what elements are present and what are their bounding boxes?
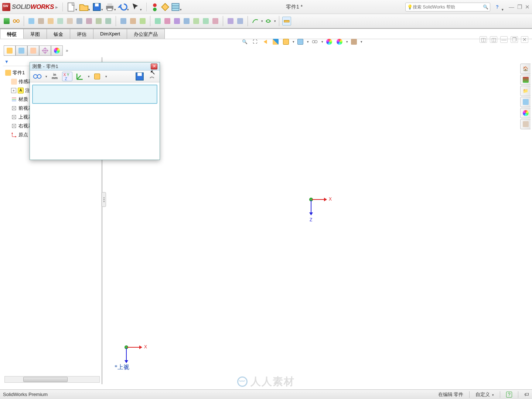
tab-sheetmetal[interactable]: 钣金: [47, 29, 70, 39]
tool-7[interactable]: [85, 17, 93, 25]
tool-15[interactable]: [173, 17, 181, 25]
search-icon[interactable]: 🔍: [483, 4, 488, 10]
tool-17[interactable]: [192, 17, 201, 25]
section-view-icon[interactable]: [271, 37, 280, 46]
tool-1[interactable]: [27, 17, 36, 25]
chevron-down-icon[interactable]: ▾: [346, 40, 348, 44]
tab-sketch[interactable]: 草图: [23, 29, 47, 39]
tool-2[interactable]: [37, 17, 45, 25]
doc-restore[interactable]: ❐: [511, 36, 518, 43]
assembly-icon[interactable]: [2, 17, 11, 25]
help-search-box[interactable]: 💡 🔍: [405, 3, 490, 11]
tool-3[interactable]: [46, 17, 55, 25]
new-file-button[interactable]: [66, 2, 76, 12]
tab-office[interactable]: 办公室产品: [127, 29, 165, 39]
help-search-input[interactable]: [413, 4, 483, 10]
display-style-icon[interactable]: [296, 37, 305, 46]
graphics-viewport[interactable]: X Z X Z 上视: [104, 44, 529, 384]
arc-measure-button[interactable]: [32, 72, 42, 81]
open-file-button[interactable]: [79, 2, 89, 12]
menu-expand-button[interactable]: ▸: [54, 4, 59, 10]
chevron-down-icon[interactable]: ▾: [307, 40, 309, 44]
save-measure-button[interactable]: [134, 72, 145, 81]
horizontal-scrollbar[interactable]: [4, 376, 100, 383]
tab-evaluate[interactable]: 评估: [70, 29, 93, 39]
measure-dialog-titlebar[interactable]: 测量 - 零件1 ✕: [30, 62, 160, 71]
tool-23[interactable]: [264, 17, 273, 25]
scene-icon[interactable]: [335, 37, 344, 46]
doc-close[interactable]: ✕: [521, 36, 528, 43]
rebuild-button[interactable]: [150, 2, 160, 12]
tool-5[interactable]: [65, 17, 74, 25]
taskpane-file-explorer[interactable]: 📁: [520, 86, 531, 96]
chevron-down-icon[interactable]: ▾: [88, 75, 90, 78]
taskpane-appearances[interactable]: [520, 108, 531, 118]
dimxpert-tab[interactable]: [39, 45, 51, 56]
render-icon[interactable]: [349, 37, 358, 46]
chevron-down-icon[interactable]: ▾: [261, 19, 263, 23]
chevron-down-icon[interactable]: ▾: [361, 40, 362, 44]
units-button[interactable]: inmm: [50, 72, 60, 81]
tool-10[interactable]: [119, 17, 128, 25]
featuremgr-tab[interactable]: [4, 45, 16, 56]
tool-16[interactable]: [182, 17, 191, 25]
tool-20[interactable]: [226, 17, 235, 25]
tool-22[interactable]: [251, 17, 260, 25]
tool-12[interactable]: [138, 17, 147, 25]
help-button[interactable]: ?: [492, 2, 502, 12]
dialog-close-button[interactable]: ✕: [151, 64, 157, 69]
undo-button[interactable]: [118, 2, 127, 12]
tool-8[interactable]: [94, 17, 103, 25]
funnel-icon[interactable]: ▼: [4, 59, 9, 64]
select-button[interactable]: [131, 2, 140, 12]
display-tab[interactable]: [51, 45, 63, 56]
custom-menu[interactable]: 自定义 ▾: [475, 391, 494, 398]
measure-tool-active[interactable]: [282, 17, 291, 25]
tool-11[interactable]: [129, 17, 137, 25]
taskpane-view-palette[interactable]: [520, 97, 531, 107]
configmgr-tab[interactable]: [27, 45, 39, 56]
tool-4[interactable]: [56, 17, 65, 25]
tool-13[interactable]: [153, 17, 162, 25]
chevron-down-icon[interactable]: ▾: [274, 19, 276, 23]
panel-overflow[interactable]: »: [63, 48, 71, 53]
tool-18[interactable]: [201, 17, 210, 25]
scrollbar-thumb[interactable]: [23, 377, 68, 382]
view-orient-icon[interactable]: [282, 37, 290, 46]
projection-button[interactable]: [92, 72, 102, 81]
print-button[interactable]: [105, 2, 115, 12]
tab-features[interactable]: 特征: [0, 29, 24, 39]
chevron-down-icon[interactable]: ▾: [293, 40, 294, 44]
chevron-down-icon[interactable]: ▾: [105, 75, 107, 78]
hide-show-icon[interactable]: [310, 37, 319, 46]
propertymgr-tab[interactable]: [16, 45, 27, 56]
measure-selection-box[interactable]: [32, 85, 157, 104]
close-button[interactable]: ✕: [525, 4, 530, 10]
taskpane-design-lib[interactable]: [520, 75, 531, 85]
glasses-icon[interactable]: [12, 17, 21, 25]
coord-sys-button[interactable]: [75, 72, 85, 81]
status-help-icon[interactable]: ?: [506, 392, 512, 398]
maximize-button[interactable]: ❐: [517, 4, 522, 10]
expand-icon[interactable]: +: [11, 88, 16, 93]
tool-9[interactable]: [104, 17, 113, 25]
options-button[interactable]: [160, 2, 170, 12]
tab-dimxpert[interactable]: DimXpert: [93, 29, 127, 39]
prev-view-icon[interactable]: [261, 37, 270, 46]
panel-splitter[interactable]: [102, 192, 106, 207]
doc-minimize[interactable]: —: [500, 36, 508, 43]
tool-21[interactable]: [236, 17, 245, 25]
tool-19[interactable]: [211, 17, 220, 25]
doc-icon-1[interactable]: ◫: [480, 36, 487, 43]
taskpane-home[interactable]: 🏠: [520, 64, 531, 74]
collapse-button[interactable]: ︽: [147, 72, 157, 81]
settings-button[interactable]: [171, 2, 180, 12]
chevron-down-icon[interactable]: ▾: [321, 40, 323, 44]
zoom-fit-icon[interactable]: 🔍: [240, 37, 249, 46]
tool-14[interactable]: [163, 17, 172, 25]
save-button[interactable]: [92, 2, 102, 12]
zoom-area-icon[interactable]: ⛶: [250, 37, 259, 46]
status-tag-icon[interactable]: 🏷: [524, 392, 529, 397]
minimize-button[interactable]: —: [509, 4, 514, 10]
chevron-down-icon[interactable]: ▾: [45, 75, 47, 78]
